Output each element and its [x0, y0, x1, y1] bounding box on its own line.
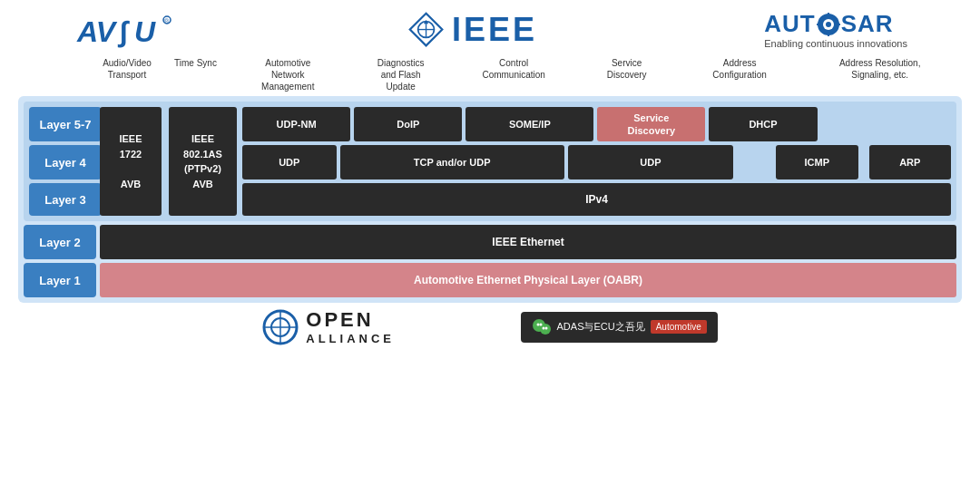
layer1-label: Layer 1: [24, 263, 96, 297]
svg-point-26: [544, 326, 547, 329]
layer57-protos: UDP-NM DoIP SOME/IP ServiceDiscovery DHC…: [242, 107, 951, 141]
udp2-block: UDP: [568, 145, 733, 179]
open-alliance-logo: OPEN ALLIANCE: [262, 308, 395, 345]
automotive-label: Automotive: [651, 320, 707, 334]
layer57-label: Layer 5-7: [29, 107, 102, 141]
arp-block: ARP: [869, 145, 951, 179]
col-header-ts: Time Sync: [162, 57, 230, 92]
doip-block: DoIP: [354, 107, 462, 141]
svg-point-25: [542, 326, 544, 329]
layer2-content: IEEE Ethernet: [100, 225, 956, 259]
tcp-udp-block: TCP and/or UDP: [340, 145, 564, 179]
ieee-logo: IEEE: [408, 11, 537, 49]
layer1-content: Automotive Ethernet Physical Layer (OABR…: [100, 263, 956, 297]
ipv4-block: IPv4: [242, 183, 951, 216]
col-headers-rest: AutomotiveNetworkManagement Diagnosticsa…: [233, 57, 962, 92]
ieee8021as-tall-block: IEEE802.1AS(PTPv2)AVB: [169, 107, 237, 216]
main-container: AV ∫ U ® IEEE AUT: [0, 0, 980, 485]
footer: OPEN ALLIANCE ADAS与ECU之吾见 Automotive: [18, 308, 962, 345]
wechat-badge: ADAS与ECU之吾见 Automotive: [521, 312, 718, 343]
col-header-avt: Audio/VideoTransport: [96, 57, 158, 92]
ieee-ethernet-block: IEEE Ethernet: [100, 225, 956, 259]
layer3-protos: IPv4: [242, 183, 951, 216]
column-headers: Audio/VideoTransport Time Sync Automotiv…: [18, 57, 962, 92]
layer-4-row: Layer 4 UDP TCP and/or UDP UDP ICMP ARP: [29, 145, 951, 179]
some-ip-block: SOME/IP: [466, 107, 593, 141]
wechat-text: ADAS与ECU之吾见: [557, 320, 645, 334]
layer-1-row: Layer 1 Automotive Ethernet Physical Lay…: [24, 263, 956, 297]
layer4-label: Layer 4: [29, 145, 102, 179]
svg-text:∫: ∫: [117, 15, 130, 48]
layer-2-row: Layer 2 IEEE Ethernet: [24, 225, 956, 259]
layer-3-row: Layer 3 IPv4: [29, 183, 951, 216]
alliance-text: ALLIANCE: [306, 332, 395, 345]
service-discovery-block: ServiceDiscovery: [597, 107, 705, 141]
layer2-label: Layer 2: [24, 225, 96, 259]
svg-text:U: U: [134, 15, 156, 48]
auto-eth-block: Automotive Ethernet Physical Layer (OABR…: [100, 263, 956, 297]
autosar-logo: AUT SAR Enabling continuous innovations: [764, 10, 907, 49]
udp-block: UDP: [242, 145, 337, 179]
svg-point-12: [826, 22, 831, 27]
open-text: OPEN: [306, 308, 395, 332]
upper-layers: Layer 5-7 UDP-NM DoIP SOME/IP ServiceDis…: [24, 102, 956, 221]
layer4-protos: UDP TCP and/or UDP UDP ICMP ARP: [242, 145, 951, 179]
layer3-label: Layer 3: [29, 183, 102, 216]
svg-point-24: [539, 323, 542, 325]
avnu-logo: AV ∫ U ®: [73, 9, 181, 50]
svg-text:AV: AV: [76, 15, 118, 48]
ieee-text: IEEE: [452, 11, 537, 49]
svg-text:®: ®: [164, 18, 170, 24]
layer-57-row: Layer 5-7 UDP-NM DoIP SOME/IP ServiceDis…: [29, 107, 951, 141]
dhcp-block: DHCP: [709, 107, 817, 141]
all-layers: Layer 5-7 UDP-NM DoIP SOME/IP ServiceDis…: [18, 96, 962, 303]
autosar-subtitle: Enabling continuous innovations: [764, 38, 907, 49]
icmp-block: ICMP: [776, 145, 858, 179]
svg-point-23: [536, 323, 539, 325]
ieee1722-tall-block: IEEE1722AVB: [100, 107, 162, 216]
udp-nm-block: UDP-NM: [242, 107, 350, 141]
header: AV ∫ U ® IEEE AUT: [18, 9, 962, 50]
